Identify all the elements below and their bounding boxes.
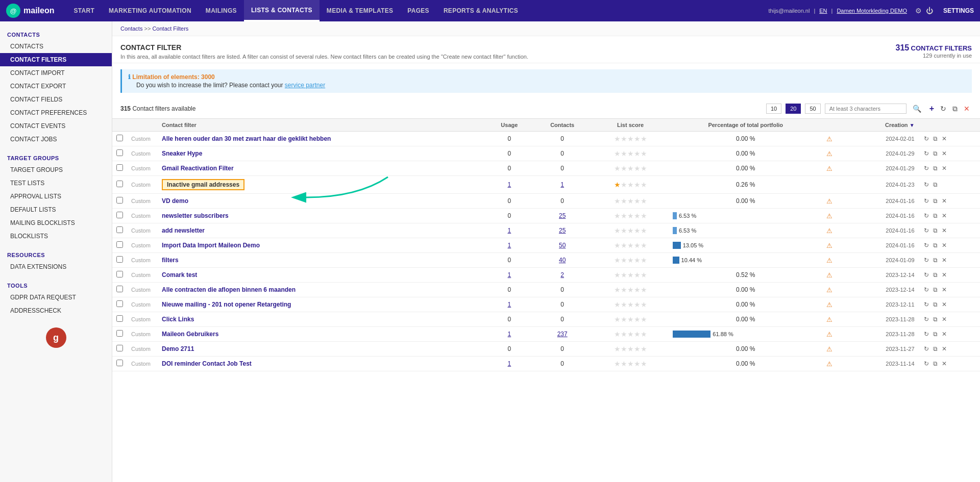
star-1[interactable]: ★ <box>614 226 621 235</box>
star-3[interactable]: ★ <box>627 135 634 143</box>
row-refresh-button[interactable]: ↻ <box>923 286 930 294</box>
row-refresh-button[interactable]: ↻ <box>923 330 930 338</box>
row-delete-button[interactable]: ✕ <box>941 271 948 279</box>
star-5[interactable]: ★ <box>641 135 647 143</box>
star-4[interactable]: ★ <box>634 300 641 309</box>
sidebar-item-contact-filters[interactable]: CONTACT FILTERS <box>0 53 112 66</box>
filter-name-link[interactable]: Sneaker Hype <box>162 150 202 157</box>
filter-name-link[interactable]: VD demo <box>162 197 188 205</box>
row-delete-button[interactable]: ✕ <box>941 197 948 205</box>
row-delete-button[interactable]: ✕ <box>941 149 948 158</box>
star-2[interactable]: ★ <box>621 135 627 143</box>
star-5[interactable]: ★ <box>641 300 647 309</box>
row-delete-button[interactable]: ✕ <box>941 256 948 264</box>
star-2[interactable]: ★ <box>621 212 627 220</box>
star-2[interactable]: ★ <box>621 164 627 172</box>
row-score[interactable]: ★★★★★ <box>592 146 669 161</box>
app-logo[interactable]: @ maileon <box>6 4 54 18</box>
row-copy-button[interactable]: ⧉ <box>932 212 939 220</box>
row-copy-button[interactable]: ⧉ <box>932 181 939 189</box>
star-3[interactable]: ★ <box>627 300 634 309</box>
star-4[interactable]: ★ <box>634 197 641 205</box>
row-refresh-button[interactable]: ↻ <box>923 226 930 235</box>
star-2[interactable]: ★ <box>621 149 627 158</box>
row-copy-button[interactable]: ⧉ <box>932 330 939 338</box>
row-refresh-button[interactable]: ↻ <box>923 164 930 172</box>
usage-link[interactable]: 1 <box>508 331 511 338</box>
star-3[interactable]: ★ <box>627 197 634 205</box>
highlighted-filter-name[interactable]: Inactive gmail addresses <box>162 179 244 190</box>
usage-link[interactable]: 1 <box>508 181 511 188</box>
star-4[interactable]: ★ <box>634 212 641 220</box>
star-3[interactable]: ★ <box>627 181 634 189</box>
star-4[interactable]: ★ <box>634 135 641 143</box>
row-refresh-button[interactable]: ↻ <box>923 345 930 353</box>
filter-name-link[interactable]: Nieuwe mailing - 201 not opener Retarget… <box>162 301 291 308</box>
star-5[interactable]: ★ <box>641 256 647 264</box>
filter-name-link[interactable]: Comark test <box>162 271 197 278</box>
row-delete-button[interactable]: ✕ <box>941 330 948 338</box>
star-4[interactable]: ★ <box>634 345 641 353</box>
sidebar-item-approval-lists[interactable]: APPROVAL LISTS <box>0 190 112 203</box>
sidebar-item-contact-events[interactable]: CONTACT EVENTS <box>0 119 112 133</box>
row-checkbox[interactable] <box>116 286 123 292</box>
sidebar-item-default-lists[interactable]: DEFAULT LISTS <box>0 203 112 216</box>
row-refresh-button[interactable]: ↻ <box>923 271 930 279</box>
power-icon[interactable]: ⏻ <box>926 7 933 15</box>
sidebar-item-addresscheck[interactable]: ADDRESSCHECK <box>0 304 112 317</box>
star-5[interactable]: ★ <box>641 286 647 294</box>
star-3[interactable]: ★ <box>627 164 634 172</box>
star-3[interactable]: ★ <box>627 212 634 220</box>
sidebar-item-contacts[interactable]: CONTACTS <box>0 40 112 53</box>
star-3[interactable]: ★ <box>627 241 634 249</box>
row-copy-button[interactable]: ⧉ <box>932 300 939 309</box>
sidebar-item-contact-jobs[interactable]: CONTACT JOBS <box>0 133 112 146</box>
row-checkbox[interactable] <box>116 330 123 337</box>
breadcrumb-contacts[interactable]: Contacts <box>120 26 142 32</box>
star-5[interactable]: ★ <box>641 241 647 249</box>
org-name[interactable]: Damen Motorkleding DEMO <box>837 8 907 14</box>
filter-name-link[interactable]: Alle contracten die aflopen binnen 6 maa… <box>162 286 296 293</box>
filter-name-link[interactable]: filters <box>162 257 179 264</box>
search-input[interactable] <box>825 104 906 114</box>
star-4[interactable]: ★ <box>634 286 641 294</box>
star-2[interactable]: ★ <box>621 226 627 235</box>
row-copy-button[interactable]: ⧉ <box>932 271 939 279</box>
usage-link[interactable]: 1 <box>508 227 511 234</box>
row-delete-button[interactable]: ✕ <box>941 212 948 220</box>
star-1[interactable]: ★ <box>614 212 621 220</box>
star-5[interactable]: ★ <box>641 149 647 158</box>
usage-link[interactable]: 1 <box>508 271 511 278</box>
filter-name-link[interactable]: DOI reminder Contact Job Test <box>162 360 252 367</box>
star-1[interactable]: ★ <box>614 300 621 309</box>
row-checkbox[interactable] <box>116 226 123 233</box>
star-3[interactable]: ★ <box>627 256 634 264</box>
star-2[interactable]: ★ <box>621 315 627 323</box>
star-5[interactable]: ★ <box>641 197 647 205</box>
row-checkbox[interactable] <box>116 271 123 277</box>
star-4[interactable]: ★ <box>634 271 641 279</box>
star-3[interactable]: ★ <box>627 360 634 368</box>
contacts-link[interactable]: 50 <box>559 242 566 249</box>
row-score[interactable]: ★★★★★ <box>592 194 669 209</box>
contacts-link[interactable]: 25 <box>559 212 566 219</box>
star-1[interactable]: ★ <box>614 164 621 172</box>
star-3[interactable]: ★ <box>627 271 634 279</box>
filter-name-link[interactable]: Alle heren ouder dan 30 met zwart haar d… <box>162 135 331 142</box>
star-4[interactable]: ★ <box>634 181 641 189</box>
row-refresh-button[interactable]: ↻ <box>923 181 930 189</box>
row-refresh-button[interactable]: ↻ <box>923 360 930 368</box>
row-delete-button[interactable]: ✕ <box>941 241 948 249</box>
row-score[interactable]: ★★★★★ <box>592 132 669 146</box>
row-refresh-button[interactable]: ↻ <box>923 300 930 309</box>
nav-media[interactable]: MEDIA & TEMPLATES <box>320 0 400 21</box>
nav-marketing[interactable]: MARKETING AUTOMATION <box>102 0 199 21</box>
usage-link[interactable]: 1 <box>508 242 511 249</box>
nav-start[interactable]: START <box>66 0 102 21</box>
nav-lists-contacts[interactable]: LISTS & CONTACTS <box>244 0 320 21</box>
sidebar-item-contact-preferences[interactable]: CONTACT PREFERENCES <box>0 106 112 119</box>
row-delete-button[interactable]: ✕ <box>941 226 948 235</box>
star-1[interactable]: ★ <box>614 241 621 249</box>
contacts-link[interactable]: 237 <box>557 331 568 338</box>
row-copy-button[interactable]: ⧉ <box>932 149 939 158</box>
